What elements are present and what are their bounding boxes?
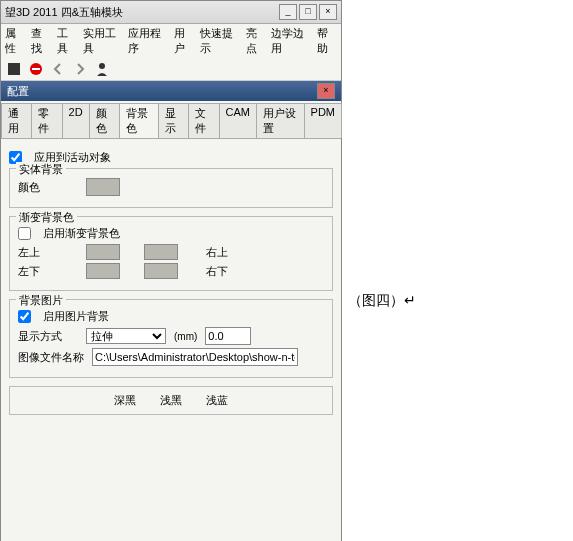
- br-color-swatch[interactable]: [144, 263, 178, 279]
- gradient-enable-checkbox[interactable]: [18, 227, 31, 240]
- tab-display[interactable]: 显示: [158, 103, 189, 138]
- dialog-title: 配置: [7, 84, 29, 99]
- menu-item[interactable]: 属性: [5, 26, 25, 56]
- tab-bgcolor[interactable]: 背景色: [119, 103, 159, 138]
- nav-back-icon[interactable]: [49, 60, 67, 78]
- tab-strip: 通用 零件 2D 颜色 背景色 显示 文件 CAM 用户设置 PDM: [1, 103, 341, 139]
- color-label: 颜色: [18, 180, 78, 195]
- image-file-input[interactable]: [92, 348, 298, 366]
- close-button[interactable]: ×: [319, 4, 337, 20]
- tab-color[interactable]: 颜色: [89, 103, 120, 138]
- bl-color-swatch[interactable]: [86, 263, 120, 279]
- tab-file[interactable]: 文件: [188, 103, 219, 138]
- image-file-label: 图像文件名称: [18, 350, 84, 365]
- bottom-right-label: 右下: [206, 264, 228, 279]
- dialog-close-button[interactable]: ×: [317, 83, 335, 99]
- menu-item[interactable]: 工具: [57, 26, 77, 56]
- preset-lightblue[interactable]: 浅蓝: [206, 393, 228, 408]
- gradient-enable-label: 启用渐变背景色: [43, 226, 120, 241]
- top-right-label: 右上: [206, 245, 228, 260]
- maximize-button[interactable]: □: [299, 4, 317, 20]
- figure4-caption: （图四）↵: [348, 288, 416, 310]
- menubar: 属性 查找 工具 实用工具 应用程序 用户 快速提示 亮点 边学边用 帮助: [1, 24, 341, 58]
- gradient-bg-group: 渐变背景色 启用渐变背景色 左上 右上 左下 右下: [9, 216, 333, 291]
- solid-bg-group: 实体背景 颜色: [9, 168, 333, 208]
- display-mode-combo[interactable]: 拉伸: [86, 328, 166, 344]
- menu-item[interactable]: 帮助: [317, 26, 337, 56]
- config-window: 望3D 2011 四&五轴模块 _ □ × 属性 查找 工具 实用工具 应用程序…: [0, 0, 342, 541]
- tr-color-swatch[interactable]: [144, 244, 178, 260]
- tab-part[interactable]: 零件: [31, 103, 62, 138]
- svg-point-3: [99, 63, 105, 69]
- preset-dark[interactable]: 深黑: [114, 393, 136, 408]
- window-titlebar: 望3D 2011 四&五轴模块 _ □ ×: [1, 1, 341, 24]
- image-bg-legend: 背景图片: [16, 293, 66, 308]
- image-enable-label: 启用图片背景: [43, 309, 109, 324]
- bottom-left-label: 左下: [18, 264, 78, 279]
- menu-item[interactable]: 快速提示: [200, 26, 240, 56]
- tab-pdm[interactable]: PDM: [304, 103, 342, 138]
- person-icon[interactable]: [93, 60, 111, 78]
- menu-item[interactable]: 边学边用: [271, 26, 311, 56]
- preset-lightdark[interactable]: 浅黑: [160, 393, 182, 408]
- preset-row: 深黑 浅黑 浅蓝: [9, 386, 333, 415]
- menu-item[interactable]: 亮点: [246, 26, 266, 56]
- image-enable-checkbox[interactable]: [18, 310, 31, 323]
- main-toolbar: [1, 58, 341, 81]
- mm-unit-label: (mm): [174, 331, 197, 342]
- tool-icon-1[interactable]: [5, 60, 23, 78]
- solid-color-swatch[interactable]: [86, 178, 120, 196]
- tab-cam[interactable]: CAM: [219, 103, 257, 138]
- svg-rect-0: [8, 63, 20, 75]
- window-title: 望3D 2011 四&五轴模块: [5, 5, 123, 20]
- tab-general[interactable]: 通用: [1, 103, 32, 138]
- menu-item[interactable]: 应用程序: [128, 26, 168, 56]
- display-mode-label: 显示方式: [18, 329, 78, 344]
- menu-item[interactable]: 用户: [174, 26, 194, 56]
- menu-item[interactable]: 查找: [31, 26, 51, 56]
- stop-icon[interactable]: [27, 60, 45, 78]
- dialog-titlebar: 配置 ×: [1, 81, 341, 101]
- mm-value-input[interactable]: [205, 327, 251, 345]
- top-left-label: 左上: [18, 245, 78, 260]
- menu-item[interactable]: 实用工具: [83, 26, 123, 56]
- svg-rect-2: [32, 68, 40, 70]
- tab-2d[interactable]: 2D: [62, 103, 90, 138]
- image-bg-group: 背景图片 启用图片背景 显示方式 拉伸 (mm) 图像文件名称: [9, 299, 333, 378]
- dialog-body: 应用到活动对象 实体背景 颜色 渐变背景色 启用渐变背景色 左上 右上 左下: [1, 139, 341, 423]
- solid-bg-legend: 实体背景: [16, 162, 66, 177]
- tab-user[interactable]: 用户设置: [256, 103, 305, 138]
- gradient-legend: 渐变背景色: [16, 210, 77, 225]
- nav-fwd-icon[interactable]: [71, 60, 89, 78]
- tl-color-swatch[interactable]: [86, 244, 120, 260]
- minimize-button[interactable]: _: [279, 4, 297, 20]
